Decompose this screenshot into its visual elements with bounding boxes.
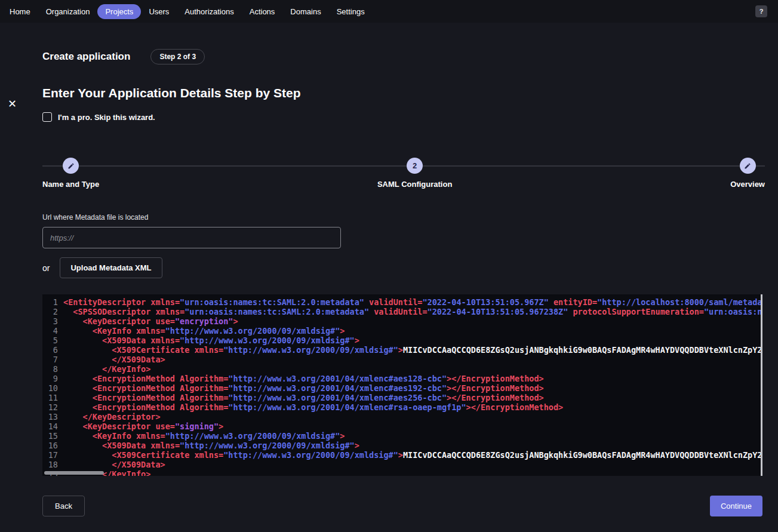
line-content: <X509Data xmlns="http://www.w3.org/2000/… bbox=[63, 441, 359, 450]
metadata-url-input[interactable] bbox=[42, 227, 341, 248]
line-number: 3 bbox=[46, 316, 58, 326]
line-number: 17 bbox=[46, 450, 58, 460]
line-number: 7 bbox=[46, 355, 58, 364]
code-line-5: 5 <X509Data xmlns="http://www.w3.org/200… bbox=[46, 336, 762, 345]
line-number: 10 bbox=[46, 383, 58, 393]
line-content: <X509Certificate xmlns="http://www.w3.or… bbox=[63, 450, 762, 460]
step-number-circle[interactable]: 2 bbox=[407, 158, 423, 174]
or-label: or bbox=[42, 263, 50, 273]
wizard-heading: Enter Your Application Details Step by S… bbox=[42, 86, 762, 100]
step-label: Name and Type bbox=[42, 180, 99, 189]
line-content: </KeyInfo> bbox=[63, 364, 150, 374]
wizard-header: Create application Step 2 of 3 bbox=[42, 49, 762, 64]
wizard-footer: Back Continue bbox=[42, 496, 762, 516]
nav-item-domains[interactable]: Domains bbox=[282, 4, 328, 19]
line-content: </X509Data> bbox=[63, 460, 165, 469]
nav-item-settings[interactable]: Settings bbox=[329, 4, 373, 19]
continue-button[interactable]: Continue bbox=[710, 496, 762, 516]
pencil-icon bbox=[744, 162, 751, 170]
skip-wizard-checkbox[interactable] bbox=[42, 112, 52, 122]
line-content: <SPSSODescriptor xmlns="urn:oasis:names:… bbox=[63, 307, 762, 316]
line-number: 1 bbox=[46, 297, 58, 307]
nav-item-projects[interactable]: Projects bbox=[97, 4, 141, 19]
code-line-4: 4 <KeyInfo xmlns="http://www.w3.org/2000… bbox=[46, 326, 762, 336]
step-badge: Step 2 of 3 bbox=[150, 49, 205, 64]
nav-item-home[interactable]: Home bbox=[2, 4, 38, 19]
nav-item-users[interactable]: Users bbox=[141, 4, 177, 19]
line-number: 8 bbox=[46, 364, 58, 374]
code-line-8: 8 </KeyInfo> bbox=[46, 364, 762, 374]
nav-item-actions[interactable]: Actions bbox=[242, 4, 283, 19]
line-number: 6 bbox=[46, 345, 58, 355]
code-line-19: 19 </KeyInfo> bbox=[46, 469, 762, 476]
line-content: <EncryptionMethod Algorithm="http://www.… bbox=[63, 383, 544, 393]
code-line-1: 1<EntityDescriptor xmlns="urn:oasis:name… bbox=[46, 297, 762, 307]
nav-items: HomeOrganizationProjectsUsersAuthorizati… bbox=[2, 4, 373, 19]
code-line-6: 6 <X509Certificate xmlns="http://www.w3.… bbox=[46, 345, 762, 355]
stepper-step-2: 2SAML Configuration bbox=[377, 158, 452, 189]
metadata-url-label: Url where Metadata file is located bbox=[42, 213, 762, 222]
line-number: 15 bbox=[46, 431, 58, 441]
stepper-steps: Name and Type2SAML ConfigurationOverview bbox=[42, 158, 765, 189]
code-line-18: 18 </X509Data> bbox=[46, 460, 762, 469]
nav-item-authorizations[interactable]: Authorizations bbox=[177, 4, 241, 19]
back-button[interactable]: Back bbox=[42, 496, 85, 516]
line-content: <X509Certificate xmlns="http://www.w3.or… bbox=[63, 345, 762, 355]
line-content: <KeyDescriptor use="signing"> bbox=[63, 422, 223, 431]
metadata-form: Url where Metadata file is located or Up… bbox=[42, 213, 762, 278]
line-number: 13 bbox=[46, 412, 58, 422]
step-label: Overview bbox=[730, 180, 765, 189]
line-number: 18 bbox=[46, 460, 58, 469]
step-edit-circle[interactable] bbox=[63, 158, 79, 174]
line-number: 9 bbox=[46, 374, 58, 383]
code-line-11: 11 <EncryptionMethod Algorithm="http://w… bbox=[46, 393, 762, 402]
page-title: Create application bbox=[42, 51, 130, 63]
line-content: <KeyInfo xmlns="http://www.w3.org/2000/0… bbox=[63, 326, 345, 336]
line-number: 14 bbox=[46, 422, 58, 431]
line-number: 11 bbox=[46, 393, 58, 402]
code-line-2: 2 <SPSSODescriptor xmlns="urn:oasis:name… bbox=[46, 307, 762, 316]
code-line-9: 9 <EncryptionMethod Algorithm="http://ww… bbox=[46, 374, 762, 383]
code-line-15: 15 <KeyInfo xmlns="http://www.w3.org/200… bbox=[46, 431, 762, 441]
line-content: <KeyDescriptor use="encryption"> bbox=[63, 316, 238, 326]
wizard-page: ✕ Create application Step 2 of 3 Enter Y… bbox=[0, 49, 778, 516]
pencil-icon bbox=[67, 162, 75, 170]
top-navbar: HomeOrganizationProjectsUsersAuthorizati… bbox=[0, 0, 778, 23]
line-number: 12 bbox=[46, 402, 58, 412]
nav-item-organization[interactable]: Organization bbox=[38, 4, 98, 19]
code-line-17: 17 <X509Certificate xmlns="http://www.w3… bbox=[46, 450, 762, 460]
code-content: 1<EntityDescriptor xmlns="urn:oasis:name… bbox=[46, 297, 762, 476]
horizontal-scrollbar[interactable] bbox=[44, 471, 104, 475]
line-content: <EncryptionMethod Algorithm="http://www.… bbox=[63, 374, 544, 383]
stepper-step-1: Name and Type bbox=[42, 158, 99, 189]
stepper-step-3: Overview bbox=[730, 158, 765, 189]
line-content: <EncryptionMethod Algorithm="http://www.… bbox=[63, 402, 563, 412]
or-row: or Upload Metadata XML bbox=[42, 257, 762, 278]
line-content: </X509Data> bbox=[63, 355, 165, 364]
skip-wizard-label: I'm a pro. Skip this wizard. bbox=[58, 113, 155, 122]
step-edit-circle[interactable] bbox=[740, 158, 756, 174]
line-content: <KeyInfo xmlns="http://www.w3.org/2000/0… bbox=[63, 431, 345, 441]
line-content: </KeyDescriptor> bbox=[63, 412, 161, 422]
skip-wizard-row: I'm a pro. Skip this wizard. bbox=[42, 112, 762, 122]
line-number: 2 bbox=[46, 307, 58, 316]
line-number: 4 bbox=[46, 326, 58, 336]
step-label: SAML Configuration bbox=[377, 180, 452, 189]
upload-metadata-button[interactable]: Upload Metadata XML bbox=[60, 257, 162, 278]
line-number: 16 bbox=[46, 441, 58, 450]
metadata-xml-editor[interactable]: 1<EntityDescriptor xmlns="urn:oasis:name… bbox=[42, 294, 762, 476]
vertical-scrollbar[interactable] bbox=[761, 294, 762, 476]
code-line-10: 10 <EncryptionMethod Algorithm="http://w… bbox=[46, 383, 762, 393]
code-line-12: 12 <EncryptionMethod Algorithm="http://w… bbox=[46, 402, 762, 412]
line-content: <EntityDescriptor xmlns="urn:oasis:names… bbox=[63, 297, 762, 307]
help-button[interactable]: ? bbox=[755, 5, 767, 17]
line-number: 5 bbox=[46, 336, 58, 345]
code-line-14: 14 <KeyDescriptor use="signing"> bbox=[46, 422, 762, 431]
line-content: <X509Data xmlns="http://www.w3.org/2000/… bbox=[63, 336, 359, 345]
close-icon[interactable]: ✕ bbox=[7, 97, 18, 110]
code-line-16: 16 <X509Data xmlns="http://www.w3.org/20… bbox=[46, 441, 762, 450]
code-line-13: 13 </KeyDescriptor> bbox=[46, 412, 762, 422]
code-line-7: 7 </X509Data> bbox=[46, 355, 762, 364]
code-line-3: 3 <KeyDescriptor use="encryption"> bbox=[46, 316, 762, 326]
line-content: <EncryptionMethod Algorithm="http://www.… bbox=[63, 393, 544, 402]
